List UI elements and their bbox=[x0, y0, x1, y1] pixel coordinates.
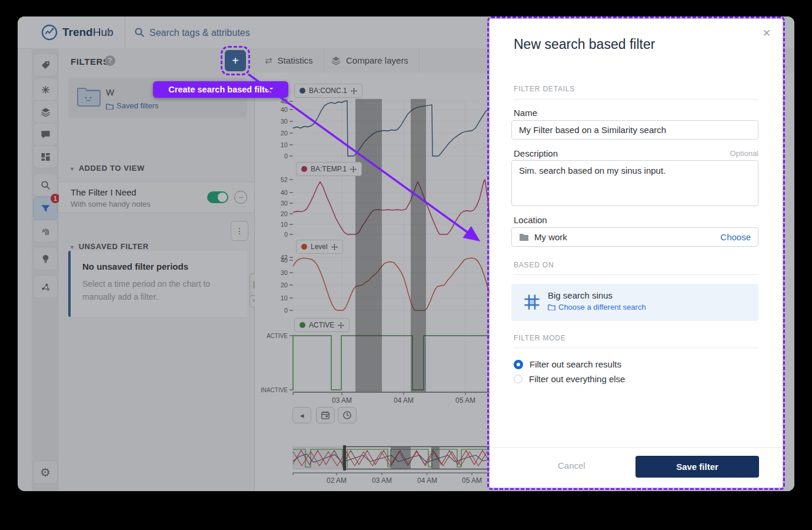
filter-details-section-label: FILTER DETAILS bbox=[514, 85, 575, 93]
folder-icon bbox=[519, 233, 529, 241]
name-field[interactable] bbox=[511, 120, 758, 140]
location-field[interactable]: My work Choose bbox=[511, 227, 758, 247]
based-on-search-name: Big search sinus bbox=[548, 290, 613, 300]
location-label: Location bbox=[514, 215, 547, 225]
divider bbox=[514, 274, 758, 275]
divider bbox=[514, 99, 758, 100]
add-filter-button[interactable]: + bbox=[225, 50, 246, 71]
based-on-card: Big search sinus Choose a different sear… bbox=[511, 284, 758, 321]
save-filter-button[interactable]: Save filter bbox=[635, 456, 759, 478]
radio-filter-out-everything-else[interactable]: Filter out everything else bbox=[514, 374, 625, 384]
grid-search-icon bbox=[523, 293, 541, 311]
based-on-section-label: BASED ON bbox=[514, 261, 554, 269]
screenshot-root: { "icons": {"help":"?","plus":"+","close… bbox=[0, 0, 812, 530]
description-label: Description bbox=[514, 148, 558, 158]
description-field[interactable]: Sim. search based on my sinus input. bbox=[511, 160, 758, 206]
choose-different-search-link[interactable]: Choose a different search bbox=[548, 303, 646, 312]
radio-unselected-icon bbox=[514, 375, 523, 383]
modal-title: New search based filter bbox=[514, 37, 655, 52]
tour-tooltip: Create search based filter bbox=[153, 81, 288, 98]
divider bbox=[514, 347, 758, 348]
folder-icon bbox=[548, 304, 555, 310]
new-filter-modal: ✕ New search based filter FILTER DETAILS… bbox=[490, 19, 783, 488]
filter-mode-section-label: FILTER MODE bbox=[514, 334, 566, 342]
modal-footer: Cancel Save filter bbox=[490, 447, 783, 488]
cancel-button[interactable]: Cancel bbox=[554, 460, 589, 471]
location-value: My work bbox=[534, 232, 715, 242]
choose-location-button[interactable]: Choose bbox=[720, 232, 751, 242]
close-icon[interactable]: ✕ bbox=[760, 25, 773, 42]
radio-selected-icon bbox=[514, 360, 523, 369]
optional-hint: Optional bbox=[730, 149, 758, 158]
name-label: Name bbox=[514, 108, 537, 118]
radio-filter-out-results[interactable]: Filter out search results bbox=[514, 359, 621, 369]
